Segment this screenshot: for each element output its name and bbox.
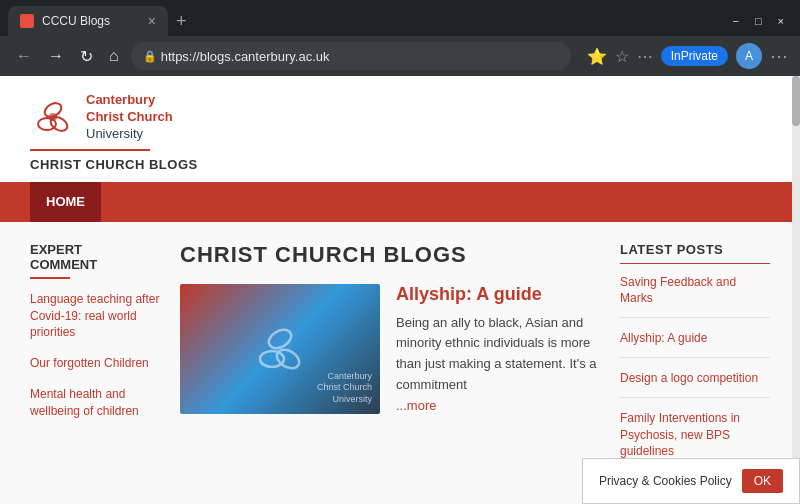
latest-post-1[interactable]: Allyship: A guide xyxy=(620,330,770,358)
tab-title-text: CCCU Blogs xyxy=(42,14,140,28)
main-content: CHRIST CHURCH BLOGS CanterburyChrist Chu… xyxy=(180,242,600,504)
article-logo xyxy=(250,319,310,379)
site-logo: Canterbury Christ Church University xyxy=(30,92,770,143)
inprivate-button[interactable]: InPrivate xyxy=(661,46,728,66)
svg-point-4 xyxy=(266,326,295,352)
address-bar: ← → ↻ ⌂ 🔒 https://blogs.canterbury.ac.uk… xyxy=(0,36,800,76)
article-image: CanterburyChrist ChurchUniversity xyxy=(180,284,380,414)
new-tab-button[interactable]: + xyxy=(176,11,187,32)
logo-text: Canterbury Christ Church University xyxy=(86,92,173,143)
cookie-notice: Privacy & Cookies Policy OK xyxy=(582,458,800,504)
maximize-button[interactable]: □ xyxy=(755,15,762,27)
featured-article: CanterburyChrist ChurchUniversity Allysh… xyxy=(180,284,600,414)
tab-close-btn[interactable]: × xyxy=(148,13,156,29)
scrollbar-track[interactable] xyxy=(792,76,800,504)
logo-line3: University xyxy=(86,126,173,143)
latest-post-2[interactable]: Design a logo competition xyxy=(620,370,770,398)
minimize-button[interactable]: − xyxy=(732,15,738,27)
favorites-icon[interactable]: ⭐ xyxy=(587,47,607,66)
svg-point-6 xyxy=(274,346,303,372)
left-sidebar: EXPERT COMMENT Language teaching after C… xyxy=(30,242,160,504)
logo-underline xyxy=(30,149,150,151)
latest-posts-heading: LATEST POSTS xyxy=(620,242,770,257)
sidebar-heading-line1: EXPERT xyxy=(30,242,160,258)
nav-home[interactable]: HOME xyxy=(30,182,101,222)
site-header: Canterbury Christ Church University CHRI… xyxy=(0,76,800,182)
home-button[interactable]: ⌂ xyxy=(105,45,123,67)
cookie-accept-button[interactable]: OK xyxy=(742,469,783,493)
profile-button[interactable]: A xyxy=(736,43,762,69)
scrollbar-thumb[interactable] xyxy=(792,76,800,126)
sidebar-heading-line2: COMMENT xyxy=(30,257,160,273)
article-read-more[interactable]: ...more xyxy=(396,398,436,413)
bookmark-icon[interactable]: ☆ xyxy=(615,47,629,66)
latest-underline xyxy=(620,263,770,264)
url-text: https://blogs.canterbury.ac.uk xyxy=(161,49,330,64)
sidebar-link-1[interactable]: Our forgotten Children xyxy=(30,355,160,372)
close-window-button[interactable]: × xyxy=(778,15,784,27)
main-title: CHRIST CHURCH BLOGS xyxy=(180,242,600,268)
page-content: Canterbury Christ Church University CHRI… xyxy=(0,76,800,504)
window-controls: − □ × xyxy=(732,15,792,27)
browser-chrome: CCCU Blogs × + − □ × ← → ↻ ⌂ 🔒 https://b… xyxy=(0,0,800,76)
article-body: Allyship: A guide Being an ally to black… xyxy=(396,284,600,414)
toolbar-icons: ⭐ ☆ ⋯ xyxy=(587,47,653,66)
cookie-text: Privacy & Cookies Policy xyxy=(599,474,732,488)
latest-post-0[interactable]: Saving Feedback and Marks xyxy=(620,274,770,319)
article-title[interactable]: Allyship: A guide xyxy=(396,284,600,305)
main-nav: HOME xyxy=(0,182,800,222)
tab-bar: CCCU Blogs × + − □ × xyxy=(0,0,800,36)
sidebar-link-2[interactable]: Mental health and wellbeing of children xyxy=(30,386,160,420)
back-button[interactable]: ← xyxy=(12,45,36,67)
more-icon[interactable]: ⋯ xyxy=(637,47,653,66)
active-tab[interactable]: CCCU Blogs × xyxy=(8,6,168,36)
refresh-button[interactable]: ↻ xyxy=(76,45,97,68)
article-excerpt: Being an ally to black, Asian and minori… xyxy=(396,313,600,396)
url-bar[interactable]: 🔒 https://blogs.canterbury.ac.uk xyxy=(131,42,571,70)
sidebar-link-0[interactable]: Language teaching after Covid-19: real w… xyxy=(30,291,160,341)
logo-line1: Canterbury xyxy=(86,92,173,109)
tab-favicon xyxy=(20,14,34,28)
forward-button[interactable]: → xyxy=(44,45,68,67)
logo-icon xyxy=(30,94,76,140)
svg-point-3 xyxy=(49,113,57,121)
browser-menu-icon[interactable]: ⋯ xyxy=(770,45,788,67)
sidebar-underline xyxy=(30,277,70,279)
site-subtitle: CHRIST CHURCH BLOGS xyxy=(30,157,770,172)
article-image-text: CanterburyChrist ChurchUniversity xyxy=(317,371,372,406)
logo-line2: Christ Church xyxy=(86,109,173,126)
lock-icon: 🔒 xyxy=(143,50,157,63)
